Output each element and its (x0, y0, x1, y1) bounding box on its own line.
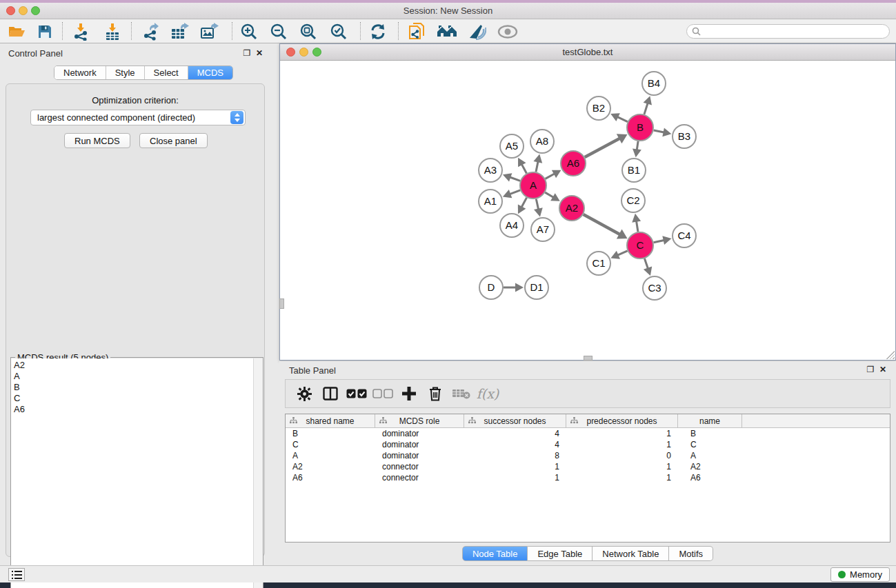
search-field[interactable] (686, 24, 890, 39)
network-minimize-traffic-light[interactable] (299, 48, 308, 57)
export-network-icon[interactable] (139, 21, 161, 42)
mcds-result-item[interactable]: B (14, 382, 253, 393)
optimization-criterion-select[interactable]: largest connected component (directed) (30, 110, 246, 125)
refresh-layout-icon[interactable] (367, 21, 389, 42)
close-panel-icon[interactable]: ✕ (255, 48, 264, 58)
table-cell[interactable]: dominator (375, 428, 464, 439)
mcds-result-item[interactable]: A2 (14, 360, 253, 371)
edge-B-B4[interactable] (644, 103, 648, 114)
tab-mcds[interactable]: MCDS (188, 66, 232, 79)
table-cell[interactable]: 4 (464, 428, 566, 439)
table-cell[interactable]: A6 (678, 472, 742, 483)
memory-button[interactable]: Memory (830, 567, 890, 582)
table-cell[interactable]: C (286, 439, 375, 450)
birdseye-view-icon[interactable] (497, 21, 519, 42)
table-cell[interactable]: connector (375, 472, 464, 483)
table-cell[interactable]: 1 (566, 461, 678, 472)
table-cell[interactable]: 1 (566, 428, 678, 439)
export-table-icon[interactable] (169, 21, 191, 42)
table-cell[interactable]: dominator (375, 439, 464, 450)
table-cell[interactable]: B (678, 428, 742, 439)
table-row[interactable]: Cdominator41C (286, 439, 890, 450)
tab-network[interactable]: Network (54, 66, 106, 79)
edge-C-C1[interactable] (618, 251, 628, 255)
tab-edge-table[interactable]: Edge Table (528, 546, 593, 561)
table-cell[interactable]: 1 (566, 472, 678, 483)
edge-A2-C[interactable] (584, 214, 620, 234)
import-network-icon[interactable] (70, 21, 92, 42)
edge-A-A5[interactable] (521, 164, 526, 173)
edge-C-C4[interactable] (654, 240, 664, 242)
tab-network-table[interactable]: Network Table (593, 546, 669, 561)
float-panel-icon[interactable]: ❐ (242, 48, 252, 58)
table-cell[interactable]: 4 (464, 439, 566, 450)
close-traffic-light[interactable] (6, 6, 15, 15)
edge-C-C2[interactable] (637, 221, 638, 232)
edge-A-A7[interactable] (536, 199, 538, 210)
panel-divider-grip[interactable] (584, 356, 593, 361)
table-cell[interactable]: 1 (566, 439, 678, 450)
zoom-traffic-light[interactable] (31, 6, 40, 15)
close-table-panel-icon[interactable]: ✕ (878, 365, 888, 374)
window-resize-grip[interactable] (886, 350, 895, 359)
table-cell[interactable]: 8 (464, 450, 566, 461)
save-session-icon[interactable] (34, 21, 56, 42)
table-cell[interactable]: 1 (464, 461, 566, 472)
delete-table-icon[interactable] (448, 380, 475, 407)
panel-divider-grip[interactable] (279, 298, 284, 309)
edge-A-A6[interactable] (546, 174, 555, 179)
mcds-result-scrollbar[interactable] (253, 358, 263, 588)
graphics-details-icon[interactable] (466, 21, 488, 42)
table-options-gear-icon[interactable] (291, 380, 317, 407)
table-cell[interactable]: A (678, 450, 742, 461)
add-column-icon[interactable] (396, 380, 422, 407)
show-columns-icon[interactable] (317, 380, 344, 407)
table-row[interactable]: Bdominator41B (286, 428, 890, 439)
tab-node-table[interactable]: Node Table (462, 546, 528, 561)
column-header-name[interactable]: name (678, 414, 742, 427)
network-zoom-traffic-light[interactable] (312, 48, 321, 57)
close-panel-button[interactable]: Close panel (139, 133, 208, 148)
edge-A6-B[interactable] (585, 139, 620, 157)
task-history-button[interactable] (8, 568, 25, 581)
export-image-icon[interactable] (199, 21, 221, 42)
table-cell[interactable]: connector (375, 461, 464, 472)
column-header-predecessor-nodes[interactable]: predecessor nodes (566, 414, 678, 427)
network-canvas[interactable]: B4B2BB3A8A5A6A3B1AA1C2A2A4A7C4CC1DD1C3 (280, 61, 895, 360)
tab-select[interactable]: Select (145, 66, 188, 79)
deselect-all-checkboxes-icon[interactable] (370, 380, 396, 407)
edge-B-B3[interactable] (654, 130, 664, 132)
edge-A-A8[interactable] (536, 161, 538, 172)
mcds-result-item[interactable]: A6 (14, 404, 253, 415)
zoom-selected-icon[interactable] (328, 21, 350, 42)
column-header-MCDS-role[interactable]: MCDS role (375, 414, 464, 427)
edge-A-A4[interactable] (521, 198, 526, 207)
table-cell[interactable]: 1 (464, 472, 566, 483)
tab-motifs[interactable]: Motifs (669, 546, 713, 561)
network-window-titlebar[interactable]: testGlobe.txt (280, 44, 895, 61)
search-input[interactable] (704, 27, 889, 37)
float-table-panel-icon[interactable]: ❐ (866, 365, 875, 374)
edge-A-A3[interactable] (510, 177, 520, 181)
delete-column-icon[interactable] (422, 380, 448, 407)
edge-A-A1[interactable] (510, 190, 520, 194)
zoom-out-icon[interactable] (268, 21, 290, 42)
column-header-successor-nodes[interactable]: successor nodes (464, 414, 566, 427)
table-cell[interactable]: 0 (566, 450, 678, 461)
table-row[interactable]: A2connector11A2 (286, 461, 890, 472)
network-from-selection-icon[interactable] (406, 21, 428, 42)
edge-A-A2[interactable] (545, 192, 553, 197)
edge-B-B1[interactable] (637, 141, 638, 150)
import-table-icon[interactable] (101, 21, 123, 42)
minimize-traffic-light[interactable] (19, 6, 28, 15)
table-cell[interactable]: A (286, 450, 375, 461)
table-cell[interactable]: dominator (375, 450, 464, 461)
select-all-checkboxes-icon[interactable] (344, 380, 370, 407)
node-table[interactable]: shared nameMCDS rolesuccessor nodesprede… (285, 414, 890, 543)
mcds-result-item[interactable]: C (14, 393, 253, 404)
network-close-traffic-light[interactable] (286, 48, 295, 57)
table-cell[interactable]: C (678, 439, 742, 450)
table-cell[interactable]: B (286, 428, 375, 439)
zoom-fit-icon[interactable] (297, 21, 319, 42)
tab-style[interactable]: Style (106, 66, 145, 79)
